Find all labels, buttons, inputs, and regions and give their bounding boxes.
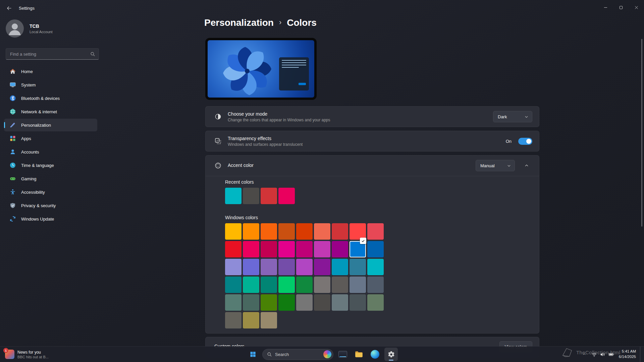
- windows-color-swatch[interactable]: [278, 223, 295, 240]
- windows-color-swatch[interactable]: [261, 312, 277, 328]
- windows-color-swatch[interactable]: [261, 241, 277, 257]
- sidebar-item-accounts[interactable]: Accounts: [4, 145, 97, 158]
- windows-color-swatch[interactable]: [314, 294, 330, 311]
- windows-color-swatch[interactable]: [314, 241, 330, 257]
- sidebar-item-time[interactable]: Time & language: [4, 159, 97, 172]
- windows-color-swatch[interactable]: [243, 312, 259, 328]
- minimize-button[interactable]: [598, 0, 613, 15]
- sidebar-item-network[interactable]: Network & internet: [4, 105, 97, 118]
- sidebar-item-privacy[interactable]: Privacy & security: [4, 199, 97, 212]
- windows-color-swatch[interactable]: [243, 294, 259, 311]
- windows-color-swatch[interactable]: [225, 259, 241, 275]
- windows-color-swatch[interactable]: [296, 241, 313, 257]
- windows-color-swatch[interactable]: [296, 294, 313, 311]
- scrollbar-thumb[interactable]: [641, 39, 642, 227]
- windows-color-swatch[interactable]: [243, 259, 259, 275]
- close-icon: [635, 6, 638, 9]
- windows-color-swatch[interactable]: [243, 241, 259, 257]
- windows-color-swatch[interactable]: [332, 241, 348, 257]
- windows-color-swatch[interactable]: [332, 259, 348, 275]
- windows-color-swatch[interactable]: [278, 294, 295, 311]
- windows-color-swatch[interactable]: [350, 277, 366, 293]
- windows-color-swatch[interactable]: [350, 294, 366, 311]
- profile-card[interactable]: TCB Local Account: [6, 19, 53, 38]
- windows-color-swatch[interactable]: [367, 259, 384, 275]
- sidebar-item-update[interactable]: Windows Update: [4, 213, 97, 225]
- accent-dropdown-value: Manual: [480, 163, 495, 168]
- windows-color-swatch[interactable]: [332, 277, 348, 293]
- accent-mode-dropdown[interactable]: Manual: [476, 160, 515, 171]
- settings-taskbar-button[interactable]: [384, 348, 398, 361]
- windows-color-swatch[interactable]: [278, 241, 295, 257]
- mock-text-line: [282, 65, 306, 65]
- windows-color-swatch[interactable]: [243, 223, 259, 240]
- file-explorer-button[interactable]: [352, 348, 366, 361]
- windows-color-swatch[interactable]: [350, 223, 366, 240]
- sidebar-item-personalization[interactable]: Personalization: [4, 119, 97, 131]
- sidebar-item-gaming[interactable]: Gaming: [4, 172, 97, 185]
- windows-color-swatch[interactable]: [296, 277, 313, 293]
- windows-color-swatch[interactable]: [367, 277, 384, 293]
- accent-collapse-button[interactable]: [521, 160, 532, 171]
- maximize-button[interactable]: [613, 0, 629, 15]
- windows-color-swatch[interactable]: [314, 259, 330, 275]
- windows-color-swatch[interactable]: [261, 277, 277, 293]
- edge-button[interactable]: [368, 348, 382, 361]
- windows-color-swatch[interactable]: [261, 223, 277, 240]
- sidebar-item-system[interactable]: System: [4, 78, 97, 91]
- windows-color-swatch[interactable]: [225, 241, 241, 257]
- windows-color-swatch[interactable]: [225, 312, 241, 328]
- transparency-toggle[interactable]: [518, 138, 532, 145]
- hidden-icons-button[interactable]: [580, 348, 588, 360]
- sidebar-item-accessibility[interactable]: Accessibility: [4, 186, 97, 198]
- recent-color-swatch[interactable]: [278, 188, 295, 204]
- windows-color-swatch[interactable]: [261, 294, 277, 311]
- sidebar-item-apps[interactable]: Apps: [4, 132, 97, 145]
- windows-color-swatch[interactable]: [296, 259, 313, 275]
- windows-color-swatch[interactable]: [261, 259, 277, 275]
- task-view-button[interactable]: [336, 348, 350, 361]
- color-mode-icon: [214, 113, 222, 120]
- windows-color-swatch[interactable]: [350, 259, 366, 275]
- widgets-button[interactable]: 1 News for you BBC hits out at B...: [2, 348, 52, 361]
- start-button[interactable]: [246, 348, 260, 361]
- windows-color-swatch[interactable]: [278, 277, 295, 293]
- windows-color-swatch[interactable]: [296, 223, 313, 240]
- back-button[interactable]: [3, 2, 15, 14]
- windows-color-swatch[interactable]: [243, 277, 259, 293]
- settings-search[interactable]: [6, 48, 99, 60]
- volume-icon: [600, 352, 605, 357]
- windows-color-swatch[interactable]: [278, 259, 295, 275]
- windows-color-swatch[interactable]: [225, 294, 241, 311]
- windows-color-swatch[interactable]: [314, 277, 330, 293]
- network-volume-battery-button[interactable]: [590, 348, 616, 360]
- windows-color-swatch[interactable]: [367, 241, 384, 257]
- sidebar-item-bluetooth[interactable]: Bluetooth & devices: [4, 92, 97, 105]
- windows-colors-grid: [225, 223, 384, 328]
- sidebar-item-home[interactable]: Home: [4, 65, 97, 78]
- wifi-icon: [591, 352, 597, 357]
- close-button[interactable]: [629, 0, 644, 15]
- recent-colors-label: Recent colors: [225, 179, 254, 185]
- windows-color-swatch[interactable]: [332, 223, 348, 240]
- windows-color-swatch[interactable]: [332, 294, 348, 311]
- choose-mode-card: Choose your mode Change the colors that …: [205, 106, 539, 127]
- search-input[interactable]: [10, 52, 90, 57]
- taskbar-search[interactable]: Search: [262, 349, 333, 360]
- windows-color-swatch[interactable]: [225, 223, 241, 240]
- windows-color-swatch[interactable]: [367, 223, 384, 240]
- recent-color-swatch[interactable]: [225, 188, 241, 204]
- show-desktop-button[interactable]: [640, 347, 641, 362]
- transparency-card: Transparency effects Windows and surface…: [205, 131, 539, 152]
- clock[interactable]: 5:41 AM 6/14/2025: [618, 349, 637, 359]
- recent-color-swatch[interactable]: [243, 188, 259, 204]
- recent-color-swatch[interactable]: [261, 188, 277, 204]
- windows-color-swatch-selected[interactable]: [350, 241, 366, 257]
- windows-color-swatch[interactable]: [314, 223, 330, 240]
- chevron-up-icon: [524, 163, 529, 168]
- mode-dropdown[interactable]: Dark: [493, 111, 532, 122]
- breadcrumb-parent[interactable]: Personalization: [204, 17, 274, 28]
- taskbar-center: Search: [246, 347, 398, 362]
- windows-color-swatch[interactable]: [225, 277, 241, 293]
- windows-color-swatch[interactable]: [367, 294, 384, 311]
